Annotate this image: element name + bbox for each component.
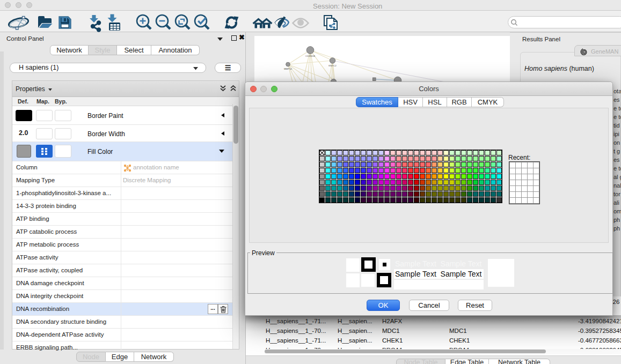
svg-text:KNTC2: KNTC2 <box>328 64 337 67</box>
svg-text:MMP12: MMP12 <box>284 68 293 70</box>
svg-text:CDKN1B: CDKN1B <box>305 55 315 57</box>
